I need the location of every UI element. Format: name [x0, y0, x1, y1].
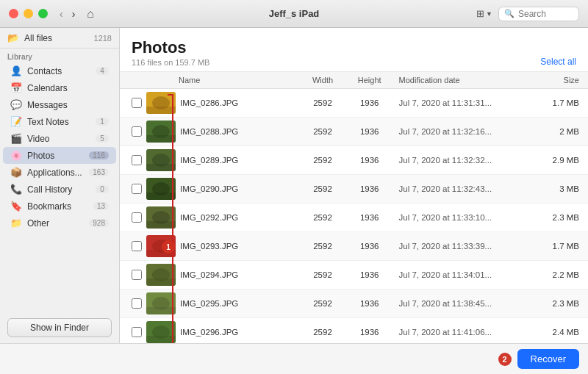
file-name: IMG_0293.JPG	[180, 242, 238, 251]
sidebar-item-contacts[interactable]: 👤 Contacts 4	[3, 62, 116, 79]
sidebar-item-video[interactable]: 🎬 Video 5	[3, 130, 116, 147]
row-checkbox[interactable]	[132, 126, 142, 137]
back-button[interactable]: ‹	[57, 7, 66, 21]
row-checkbox[interactable]	[132, 184, 142, 194]
view-toggle-button[interactable]: ⊞ ▼	[476, 8, 492, 19]
sidebar-item-messages-label: Messages	[27, 100, 90, 110]
row-checkbox[interactable]	[132, 270, 142, 280]
file-height: 1936	[346, 232, 393, 261]
recover-button[interactable]: Recover	[517, 349, 579, 369]
sidebar-item-photos-label: Photos	[27, 151, 84, 161]
sidebar-item-video-label: Video	[27, 134, 90, 144]
sidebar-item-photos[interactable]: 🌸 Photos 116	[3, 147, 116, 164]
file-height: 1936	[346, 290, 393, 318]
table-row[interactable]: IMG_0293.JPG 2592 1936 Jul 7, 2020 at 11…	[120, 232, 588, 261]
search-box[interactable]: 🔍	[498, 7, 579, 21]
col-header-size: Size	[534, 72, 588, 89]
maximize-button[interactable]	[38, 9, 48, 18]
file-thumbnail	[146, 121, 176, 143]
table-row[interactable]: IMG_0292.JPG 2592 1936 Jul 7, 2020 at 11…	[120, 204, 588, 232]
file-mod-date: Jul 7, 2020 at 11:33:39...	[393, 232, 534, 261]
sidebar-item-calendars-label: Calendars	[27, 83, 90, 93]
library-section-label: Library	[0, 48, 119, 62]
table-row[interactable]: IMG_0290.JPG 2592 1936 Jul 7, 2020 at 11…	[120, 175, 588, 204]
file-table: Name Width Height Modification date Size	[120, 72, 588, 343]
table-row[interactable]: IMG_0295.JPG 2592 1936 Jul 7, 2020 at 11…	[120, 290, 588, 318]
row-checkbox[interactable]	[132, 98, 142, 108]
file-width: 2592	[299, 89, 346, 118]
row-checkbox[interactable]	[132, 298, 142, 309]
file-size: 1.7 MB	[534, 232, 588, 261]
file-mod-date: Jul 7, 2020 at 11:41:06...	[393, 318, 534, 344]
file-height: 1936	[346, 175, 393, 204]
file-thumbnail	[146, 149, 176, 171]
file-mod-date: Jul 7, 2020 at 11:32:43...	[393, 175, 534, 204]
file-width: 2592	[299, 290, 346, 318]
table-row[interactable]: IMG_0286.JPG 2592 1936 Jul 7, 2020 at 11…	[120, 89, 588, 118]
forward-button[interactable]: ›	[69, 7, 79, 21]
toolbar-right: ⊞ ▼ 🔍	[476, 7, 579, 21]
sidebar-item-text-notes-label: Text Notes	[27, 117, 90, 127]
svg-rect-7	[146, 107, 176, 114]
sidebar-item-other[interactable]: 📁 Other 928	[3, 215, 116, 231]
photos-icon: 🌸	[10, 150, 22, 161]
table-row[interactable]: IMG_0289.JPG 2592 1936 Jul 7, 2020 at 11…	[120, 146, 588, 175]
table-row[interactable]: IMG_0294.JPG 2592 1936 Jul 7, 2020 at 11…	[120, 261, 588, 290]
file-width: 2592	[299, 175, 346, 204]
view-chevron-icon: ▼	[486, 10, 492, 18]
recover-section: 2 Recover	[498, 349, 579, 369]
window-title: Jeff_s iPad	[269, 8, 320, 19]
applications-icon: 📦	[10, 167, 22, 178]
file-name: IMG_0286.JPG	[180, 98, 238, 107]
sidebar-item-call-history[interactable]: 📞 Call History 0	[3, 181, 116, 198]
row-checkbox[interactable]	[132, 241, 142, 251]
file-size: 2 MB	[534, 118, 588, 146]
all-files-count: 1218	[94, 34, 112, 43]
file-size: 2.3 MB	[534, 204, 588, 232]
content-area: Photos 116 files on 159.7 MB Select all …	[120, 28, 588, 343]
sidebar-item-messages[interactable]: 💬 Messages	[3, 96, 116, 113]
sidebar-all-files[interactable]: 📂 All files 1218	[0, 28, 119, 48]
row-checkbox[interactable]	[132, 212, 142, 223]
sidebar-item-applications[interactable]: 📦 Applications... 163	[3, 164, 116, 181]
sidebar-item-photos-count: 116	[89, 151, 109, 159]
file-width: 2592	[299, 232, 346, 261]
table-row[interactable]: IMG_0296.JPG 2592 1936 Jul 7, 2020 at 11…	[120, 318, 588, 344]
svg-rect-22	[146, 250, 176, 257]
home-button[interactable]: ⌂	[87, 7, 94, 21]
sidebar-item-contacts-label: Contacts	[27, 66, 90, 76]
sidebar-item-text-notes[interactable]: 📝 Text Notes 1	[3, 113, 116, 130]
sidebar-item-bookmarks[interactable]: 🔖 Bookmarks 13	[3, 198, 116, 215]
sidebar-item-video-count: 5	[96, 134, 109, 143]
view-icon: ⊞	[476, 8, 484, 19]
file-mod-date: Jul 7, 2020 at 11:32:16...	[393, 118, 534, 146]
file-width: 2592	[299, 318, 346, 344]
col-header-width: Width	[299, 72, 346, 89]
file-name: IMG_0288.JPG	[180, 127, 238, 136]
table-row[interactable]: IMG_0288.JPG 2592 1936 Jul 7, 2020 at 11…	[120, 118, 588, 146]
show-in-finder-button[interactable]: Show in Finder	[7, 318, 112, 337]
file-mod-date: Jul 7, 2020 at 11:33:10...	[393, 204, 534, 232]
minimize-button[interactable]	[24, 9, 33, 18]
search-input[interactable]	[518, 9, 577, 19]
file-name: IMG_0289.JPG	[180, 156, 238, 165]
select-all-button[interactable]: Select all	[540, 57, 576, 67]
svg-rect-31	[146, 336, 176, 343]
calendars-icon: 📅	[10, 82, 22, 93]
file-thumbnail	[146, 321, 176, 343]
col-header-mod-date: Modification date	[393, 72, 534, 89]
row-checkbox[interactable]	[132, 327, 142, 337]
file-table-scroll[interactable]: Name Width Height Modification date Size	[120, 72, 588, 343]
sidebar-item-contacts-count: 4	[96, 67, 109, 75]
sidebar-item-calendars[interactable]: 📅 Calendars	[3, 79, 116, 96]
messages-icon: 💬	[10, 99, 22, 110]
bottom-bar: 2 Recover	[0, 343, 588, 374]
sidebar-item-call-history-count: 0	[96, 185, 109, 193]
row-checkbox[interactable]	[132, 155, 142, 165]
content-title: Photos	[132, 38, 209, 57]
file-width: 2592	[299, 204, 346, 232]
close-button[interactable]	[9, 9, 18, 18]
sidebar-item-bookmarks-count: 13	[93, 202, 109, 210]
window-controls	[9, 9, 48, 18]
sidebar-item-text-notes-count: 1	[96, 118, 109, 126]
